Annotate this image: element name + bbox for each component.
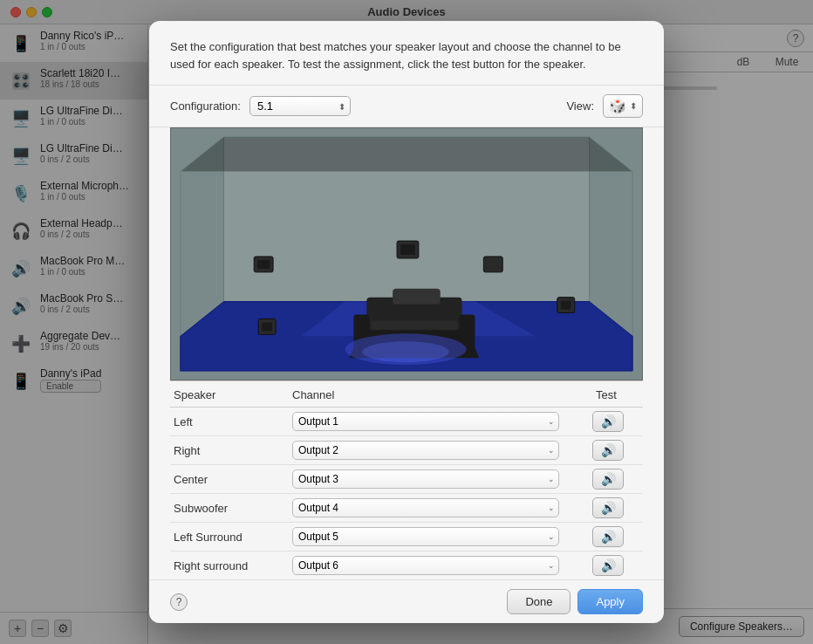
configuration-label: Configuration: xyxy=(170,99,241,113)
speaker-name: Left xyxy=(170,415,292,428)
speaker-table: Speaker Channel Test Left Output 1Output… xyxy=(170,380,643,579)
channel-select-wrapper: Output 1Output 2Output 3Output 4Output 5… xyxy=(292,469,573,489)
speaker-row: Right Output 1Output 2Output 3Output 4Ou… xyxy=(170,436,643,465)
test-speaker-button[interactable]: 🔊 xyxy=(592,555,624,576)
test-speaker-button[interactable]: 🔊 xyxy=(592,526,624,547)
apply-button[interactable]: Apply xyxy=(577,589,643,614)
speaker-name: Center xyxy=(170,473,292,486)
test-cell: 🔊 xyxy=(573,440,643,461)
test-cell: 🔊 xyxy=(573,555,643,576)
channel-select-wrapper: Output 1Output 2Output 3Output 4Output 5… xyxy=(292,441,573,460)
channel-select-1[interactable]: Output 1Output 2Output 3Output 4Output 5… xyxy=(292,441,559,460)
configuration-select[interactable]: StereoQuadraphonic5.17.1 xyxy=(249,96,351,116)
test-speaker-button[interactable]: 🔊 xyxy=(592,440,624,461)
test-cell: 🔊 xyxy=(573,497,643,518)
speaker-row: Center Output 1Output 2Output 3Output 4O… xyxy=(170,465,643,494)
channel-select-wrapper: Output 1Output 2Output 3Output 4Output 5… xyxy=(292,527,573,546)
done-button[interactable]: Done xyxy=(507,589,570,614)
speaker-name: Right surround xyxy=(170,559,292,572)
view-arrow-icon: ⬍ xyxy=(630,101,637,111)
svg-rect-10 xyxy=(483,257,502,272)
speaker-row: Left Output 1Output 2Output 3Output 4Out… xyxy=(170,408,643,436)
speaker-row: Right surround Output 1Output 2Output 3O… xyxy=(170,552,643,579)
speaker-rows-container: Left Output 1Output 2Output 3Output 4Out… xyxy=(170,408,643,579)
modal-overlay: Set the configuration that best matches … xyxy=(0,0,813,644)
header-speaker: Speaker xyxy=(170,388,292,401)
svg-rect-21 xyxy=(371,320,457,329)
svg-point-23 xyxy=(362,341,448,362)
channel-select-0[interactable]: Output 1Output 2Output 3Output 4Output 5… xyxy=(292,412,559,431)
header-test: Test xyxy=(573,388,643,401)
channel-select-wrapper: Output 1Output 2Output 3Output 4Output 5… xyxy=(292,412,573,431)
modal-footer: ? Done Apply xyxy=(149,579,664,623)
configuration-select-wrapper: StereoQuadraphonic5.17.1 ⬍ xyxy=(249,96,351,116)
test-cell: 🔊 xyxy=(573,411,643,432)
channel-select-wrapper: Output 1Output 2Output 3Output 4Output 5… xyxy=(292,498,573,517)
view-control[interactable]: 🎲 ⬍ xyxy=(603,94,643,118)
config-row: Configuration: StereoQuadraphonic5.17.1 … xyxy=(149,86,664,127)
room-visualization xyxy=(170,127,643,380)
test-speaker-button[interactable]: 🔊 xyxy=(592,411,624,432)
channel-select-5[interactable]: Output 1Output 2Output 3Output 4Output 5… xyxy=(292,556,559,575)
svg-rect-7 xyxy=(257,260,270,269)
table-header: Speaker Channel Test xyxy=(170,381,643,408)
channel-select-wrapper: Output 1Output 2Output 3Output 4Output 5… xyxy=(292,556,573,575)
test-cell: 🔊 xyxy=(573,469,643,490)
speaker-row: Left Surround Output 1Output 2Output 3Ou… xyxy=(170,523,643,552)
svg-rect-12 xyxy=(561,301,571,310)
footer-help-button[interactable]: ? xyxy=(170,593,188,611)
header-channel: Channel xyxy=(292,388,573,401)
test-speaker-button[interactable]: 🔊 xyxy=(592,497,624,518)
svg-rect-9 xyxy=(400,244,415,255)
channel-select-2[interactable]: Output 1Output 2Output 3Output 4Output 5… xyxy=(292,469,559,489)
test-speaker-button[interactable]: 🔊 xyxy=(592,469,624,490)
svg-marker-5 xyxy=(181,137,632,172)
svg-rect-18 xyxy=(393,289,441,305)
channel-select-3[interactable]: Output 1Output 2Output 3Output 4Output 5… xyxy=(292,498,559,517)
speaker-name: Right xyxy=(170,444,292,457)
cube-icon: 🎲 xyxy=(609,98,626,114)
speaker-name: Left Surround xyxy=(170,531,292,544)
view-label: View: xyxy=(566,99,594,113)
test-cell: 🔊 xyxy=(573,526,643,547)
speaker-config-modal: Set the configuration that best matches … xyxy=(149,21,664,623)
speaker-row: Subwoofer Output 1Output 2Output 3Output… xyxy=(170,494,643,523)
modal-description: Set the configuration that best matches … xyxy=(149,21,664,86)
channel-select-4[interactable]: Output 1Output 2Output 3Output 4Output 5… xyxy=(292,527,559,546)
svg-rect-15 xyxy=(262,322,272,331)
speaker-name: Subwoofer xyxy=(170,502,292,515)
